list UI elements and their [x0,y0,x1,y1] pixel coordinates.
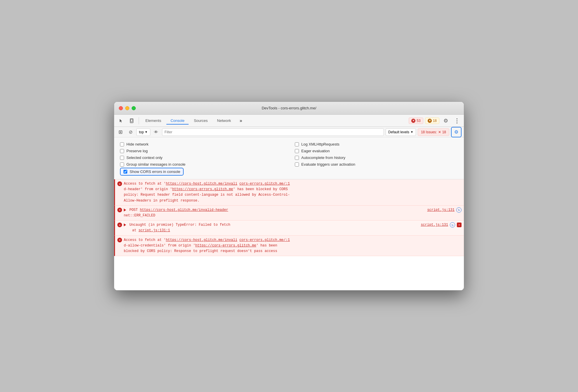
error-text-3: Uncaught (in promise) TypeError: Failed … [124,222,419,233]
error-msg-1b: d-header' from origin ' [124,187,172,191]
hide-network-label: Hide network [126,142,149,146]
console-content[interactable]: ✕ Access to fetch at 'https://cors-host.… [114,179,464,290]
eager-eval-checkbox[interactable] [295,149,299,153]
svg-rect-1 [131,119,133,122]
block-btn[interactable]: ⊘ [126,128,135,136]
at-text: at [124,228,138,232]
close-btn-3[interactable]: ✕ [457,223,462,227]
error-source-3[interactable]: script.js:131 [421,223,448,227]
warning-badge-icon: ✕ [428,119,432,123]
traffic-lights [119,106,136,110]
group-similar-checkbox[interactable] [120,162,124,167]
badge-group: ✕ 53 ✕ 18 ⚙ ⋮ [409,116,462,125]
show-cors-label: Show CORS errors in console [130,169,180,174]
warnings-badge[interactable]: ✕ 18 [425,118,439,124]
warnings-count: 18 [433,119,437,123]
window-title: DevTools - cors-errors.glitch.me/ [262,106,316,110]
error-row-1: ✕ Access to fetch at 'https://cors-host.… [114,179,464,206]
main-toolbar: Elements Console Sources Network » ✕ 53 … [114,115,464,127]
eager-eval-label: Eager evaluation [301,149,330,153]
svg-marker-4 [120,131,121,133]
tab-console[interactable]: Console [166,117,189,125]
minimize-button[interactable] [125,106,129,110]
eval-triggers-row: Evaluate triggers user activation [295,161,458,168]
dropdown-arrow: ▼ [145,130,148,134]
uncaught-text: Uncaught (in promise) TypeError: Failed … [129,223,230,227]
error-link-1b[interactable]: cors-errors.glitch.me/:1 [239,182,290,186]
refresh-btn-3[interactable]: ↻ [450,222,455,228]
console-settings-btn[interactable]: ⚙ [451,127,462,137]
error-meta-2: script.js:131 ↻ [427,207,462,213]
error-row-2: ✕ POST https://cors-host.glitch.me/inval… [114,206,464,220]
tab-network[interactable]: Network [213,117,235,125]
log-xml-checkbox[interactable] [295,142,299,146]
preserve-log-checkbox[interactable] [120,149,124,153]
error-link-4c[interactable]: https://cors-errors.glitch.me [195,244,256,248]
selected-context-checkbox[interactable] [120,156,124,160]
triangle-2 [124,209,126,211]
error-icon-2: ✕ [117,208,122,212]
filter-input[interactable] [162,128,384,136]
group-similar-label: Group similar messages in console [126,162,185,167]
eval-triggers-checkbox[interactable] [295,162,299,167]
toolbar-separator [139,117,139,124]
show-cors-checkbox[interactable] [123,170,127,174]
post-link[interactable]: https://cors-host.glitch.me/invalid-head… [140,208,228,212]
err-failed: net::ERR_FAILED [124,214,155,218]
error-text-4: Access to fetch at 'https://cors-host.gl… [124,237,462,254]
refresh-btn-2[interactable]: ↻ [456,207,462,213]
error-link-1c[interactable]: https://cors-errors.glitch.me [172,187,233,191]
eager-eval-row: Eager evaluation [295,148,458,154]
settings-panel: Hide network Preserve log Selected conte… [114,137,464,179]
error-icon-4: ✕ [117,238,122,242]
hide-network-checkbox[interactable] [120,142,124,146]
eye-btn[interactable]: 👁 [152,128,160,136]
error-link-4a[interactable]: https://cors-host.glitch.me/invali [166,238,237,242]
preserve-log-label: Preserve log [126,149,148,153]
issues-badge[interactable]: 18 Issues: ✕ 18 [418,128,449,136]
issues-text: 18 Issues: [421,130,437,134]
cursor-icon [119,118,123,123]
selected-context-label: Selected context only [126,155,163,160]
device-toolbar-btn[interactable] [127,116,136,125]
error-badge-icon: ✕ [411,119,415,123]
mobile-icon [129,118,134,123]
settings-left-col: Hide network Preserve log Selected conte… [120,141,283,176]
settings-gear-btn[interactable]: ⚙ [441,116,450,125]
maximize-button[interactable] [132,106,136,110]
cursor-icon-btn[interactable] [116,116,126,125]
context-selector[interactable]: top ▼ [136,128,150,136]
error-source-2[interactable]: script.js:131 [427,208,455,212]
svg-point-2 [131,122,132,123]
tab-sources[interactable]: Sources [190,117,212,125]
log-xml-label: Log XMLHttpRequests [301,142,340,146]
show-cors-row: Show CORS errors in console [120,168,184,176]
error-meta-3: script.js:131 ↻ ✕ [421,222,462,228]
group-similar-row: Group similar messages in console [120,161,283,168]
issues-badge-icon: ✕ [438,130,441,134]
tab-elements[interactable]: Elements [141,117,165,125]
context-label: top [139,130,144,134]
more-tabs-btn[interactable]: » [236,116,246,125]
default-levels-btn[interactable]: Default levels ▼ [386,128,416,136]
error-text-1: Access to fetch at 'https://cors-host.gl… [124,181,462,204]
autocomplete-row: Autocomplete from history [295,154,458,161]
error-icon-3: ✕ [117,223,122,227]
more-options-btn[interactable]: ⋮ [452,116,462,125]
default-levels-label: Default levels [388,130,409,134]
error-link-4b[interactable]: cors-errors.glitch.me/:1 [239,238,290,242]
settings-right-col: Log XMLHttpRequests Eager evaluation Aut… [295,141,458,176]
error-msg-4b: d-allow-credentials' from origin ' [124,244,195,248]
levels-dropdown-arrow: ▼ [410,130,413,134]
log-xml-row: Log XMLHttpRequests [295,141,458,148]
close-button[interactable] [119,106,123,110]
error-msg-1a: Access to fetch at ' [124,182,166,186]
play-btn[interactable] [116,128,125,136]
autocomplete-checkbox[interactable] [295,156,299,160]
triangle-3 [124,223,126,226]
error-text-2: POST https://cors-host.glitch.me/invalid… [124,207,425,218]
errors-badge[interactable]: ✕ 53 [409,118,423,124]
at-link[interactable]: script.js:131:1 [138,228,170,232]
error-link-1a[interactable]: https://cors-host.glitch.me/invali [166,182,237,186]
selected-context-row: Selected context only [120,154,283,161]
